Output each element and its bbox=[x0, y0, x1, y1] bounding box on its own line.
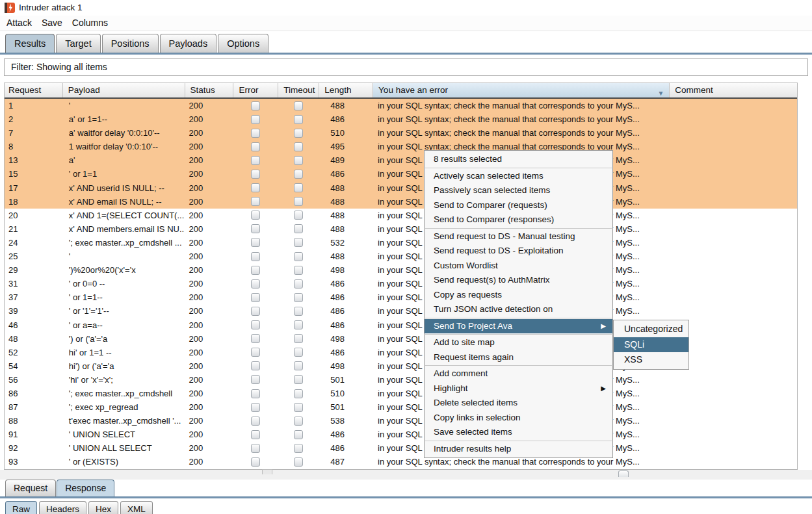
timeout-checkbox[interactable] bbox=[294, 156, 303, 165]
table-row[interactable]: 39' or '1'='1'--200486in your SQL syntax… bbox=[5, 304, 797, 318]
table-row[interactable]: 81 waitfor delay '0:0:10'--200495in your… bbox=[5, 140, 797, 153]
column-header-you-have-an-error[interactable]: You have an error▼ bbox=[373, 83, 669, 97]
menu-item-custom-wordlist[interactable]: Custom Wordlist bbox=[425, 259, 612, 274]
timeout-checkbox[interactable] bbox=[294, 403, 303, 412]
tab-response[interactable]: Response bbox=[57, 480, 114, 496]
menu-item-intruder-results-help[interactable]: Intruder results help bbox=[425, 442, 612, 457]
error-checkbox[interactable] bbox=[251, 238, 260, 247]
error-checkbox[interactable] bbox=[251, 183, 260, 192]
menu-item-send-to-comparer-requests[interactable]: Send to Comparer (requests) bbox=[425, 198, 612, 213]
table-row[interactable]: 29')%20or%20('x'='x200498in your SQL syn… bbox=[5, 263, 797, 277]
menu-item-add-to-site-map[interactable]: Add to site map bbox=[425, 335, 612, 350]
error-checkbox[interactable] bbox=[251, 457, 260, 467]
error-checkbox[interactable] bbox=[251, 142, 260, 151]
error-checkbox[interactable] bbox=[251, 197, 260, 206]
submenu-item-xss[interactable]: XSS bbox=[614, 352, 688, 368]
table-row[interactable]: 17x' AND userid IS NULL; --200488in your… bbox=[5, 181, 797, 195]
menu-item-send-request-to-ds-exploitation[interactable]: Send request to DS - Exploitation bbox=[425, 244, 612, 259]
column-header-comment[interactable]: Comment bbox=[669, 83, 797, 97]
timeout-checkbox[interactable] bbox=[294, 279, 303, 289]
menu-item-actively-scan-selected-items[interactable]: Actively scan selected items bbox=[425, 169, 612, 184]
timeout-checkbox[interactable] bbox=[294, 293, 303, 302]
table-row[interactable]: 20x' AND 1=(SELECT COUNT(...200488in you… bbox=[5, 209, 797, 222]
error-checkbox[interactable] bbox=[251, 307, 260, 316]
error-checkbox[interactable] bbox=[251, 224, 260, 233]
menu-item-send-to-project-ava[interactable]: Send To Project Ava▶ bbox=[425, 319, 612, 334]
timeout-checkbox[interactable] bbox=[294, 348, 303, 357]
error-checkbox[interactable] bbox=[251, 129, 260, 138]
table-row[interactable]: 21x' AND members.email IS NU...200488in … bbox=[5, 222, 797, 236]
error-checkbox[interactable] bbox=[251, 430, 260, 439]
timeout-checkbox[interactable] bbox=[294, 320, 303, 329]
column-header-length[interactable]: Length bbox=[319, 83, 373, 97]
table-row[interactable]: 25'200488in your SQL syntax; check the m… bbox=[5, 250, 797, 263]
tab-xml[interactable]: XML bbox=[120, 501, 153, 514]
filter-bar[interactable]: Filter: Showing all items bbox=[4, 58, 808, 76]
tab-results[interactable]: Results bbox=[5, 34, 55, 53]
table-row[interactable]: 87'; exec xp_regread200501in your SQL sy… bbox=[5, 400, 797, 414]
table-row[interactable]: 37' or 1=1--200486in your SQL syntax; ch… bbox=[5, 290, 797, 304]
table-row[interactable]: 24'; exec master..xp_cmdshell ...200532i… bbox=[5, 236, 797, 250]
tab-payloads[interactable]: Payloads bbox=[160, 34, 217, 53]
timeout-checkbox[interactable] bbox=[294, 430, 303, 439]
timeout-checkbox[interactable] bbox=[294, 361, 303, 370]
timeout-checkbox[interactable] bbox=[294, 197, 303, 206]
table-row[interactable]: 56'hi' or 'x'='x';200501in your SQL synt… bbox=[5, 373, 797, 387]
error-checkbox[interactable] bbox=[251, 266, 260, 275]
menu-item-save-selected-items[interactable]: Save selected items bbox=[425, 425, 612, 440]
timeout-checkbox[interactable] bbox=[294, 115, 303, 124]
column-header-status[interactable]: Status bbox=[185, 83, 233, 97]
error-checkbox[interactable] bbox=[251, 293, 260, 302]
column-header-request[interactable]: Request bbox=[5, 83, 62, 97]
timeout-checkbox[interactable] bbox=[294, 417, 303, 426]
error-checkbox[interactable] bbox=[251, 320, 260, 329]
timeout-checkbox[interactable] bbox=[294, 252, 303, 261]
timeout-checkbox[interactable] bbox=[294, 211, 303, 220]
error-checkbox[interactable] bbox=[251, 211, 260, 220]
timeout-checkbox[interactable] bbox=[294, 457, 303, 467]
table-row[interactable]: 1'200488in your SQL syntax; check the ma… bbox=[5, 99, 797, 112]
menu-item-send-request-to-ds-manual-testing[interactable]: Send request to DS - Manual testing bbox=[425, 229, 612, 244]
error-checkbox[interactable] bbox=[251, 279, 260, 289]
menu-item-highlight[interactable]: Highlight▶ bbox=[425, 381, 612, 396]
tab-raw[interactable]: Raw bbox=[5, 501, 37, 514]
timeout-checkbox[interactable] bbox=[294, 142, 303, 151]
tab-headers[interactable]: Headers bbox=[39, 501, 86, 514]
error-checkbox[interactable] bbox=[251, 417, 260, 426]
menu-item-copy-links-in-selection[interactable]: Copy links in selection bbox=[425, 411, 612, 426]
error-checkbox[interactable] bbox=[251, 403, 260, 412]
timeout-checkbox[interactable] bbox=[294, 224, 303, 233]
timeout-checkbox[interactable] bbox=[294, 238, 303, 247]
error-checkbox[interactable] bbox=[251, 156, 260, 165]
tab-options[interactable]: Options bbox=[218, 34, 268, 53]
column-header-payload[interactable]: Payload bbox=[62, 83, 185, 97]
menubar-item-save[interactable]: Save bbox=[42, 16, 62, 31]
error-checkbox[interactable] bbox=[251, 101, 260, 110]
timeout-checkbox[interactable] bbox=[294, 183, 303, 192]
menu-item-add-comment[interactable]: Add comment bbox=[425, 366, 612, 381]
column-header-error[interactable]: Error bbox=[233, 83, 278, 97]
column-header-timeout[interactable]: Timeout bbox=[278, 83, 319, 97]
timeout-checkbox[interactable] bbox=[294, 129, 303, 138]
table-row[interactable]: 7a' waitfor delay '0:0:10'--200510in you… bbox=[5, 126, 797, 140]
error-checkbox[interactable] bbox=[251, 170, 260, 179]
menu-item-send-to-comparer-responses[interactable]: Send to Comparer (responses) bbox=[425, 212, 612, 227]
table-row[interactable]: 13a'200489in your SQL syntax; check the … bbox=[5, 153, 797, 167]
error-checkbox[interactable] bbox=[251, 444, 260, 453]
table-row[interactable]: 15' or 1=1200486in your SQL syntax; chec… bbox=[5, 167, 797, 181]
timeout-checkbox[interactable] bbox=[294, 266, 303, 275]
menu-item-request-items-again[interactable]: Request items again bbox=[425, 350, 612, 365]
timeout-checkbox[interactable] bbox=[294, 170, 303, 179]
error-checkbox[interactable] bbox=[251, 252, 260, 261]
table-row[interactable]: 86'; exec master..xp_cmdshell200510in yo… bbox=[5, 387, 797, 400]
table-row[interactable]: 93' or (EXISTS)200487in your SQL syntax;… bbox=[5, 455, 797, 469]
timeout-checkbox[interactable] bbox=[294, 334, 303, 343]
splitter-grip[interactable] bbox=[262, 469, 272, 474]
error-checkbox[interactable] bbox=[251, 348, 260, 357]
timeout-checkbox[interactable] bbox=[294, 389, 303, 398]
tab-target[interactable]: Target bbox=[56, 34, 100, 53]
error-checkbox[interactable] bbox=[251, 375, 260, 384]
menubar-item-columns[interactable]: Columns bbox=[72, 16, 108, 31]
submenu-item-sqli[interactable]: SQLi bbox=[614, 337, 688, 353]
table-row[interactable]: 88t'exec master..xp_cmdshell '...200538i… bbox=[5, 414, 797, 428]
